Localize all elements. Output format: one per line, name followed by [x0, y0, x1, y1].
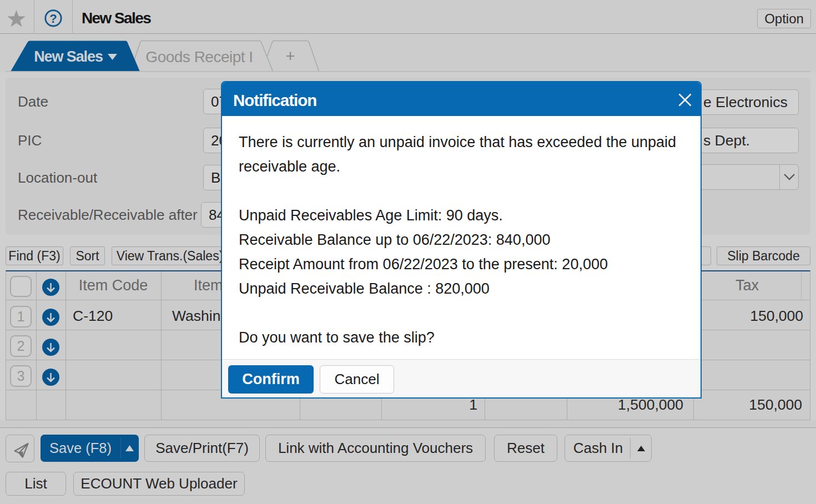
svg-text:Goods Receipt I: Goods Receipt I	[145, 48, 253, 65]
svg-text:+: +	[286, 47, 295, 65]
svg-text:?: ?	[49, 12, 57, 26]
svg-text:New Sales: New Sales	[34, 48, 103, 65]
